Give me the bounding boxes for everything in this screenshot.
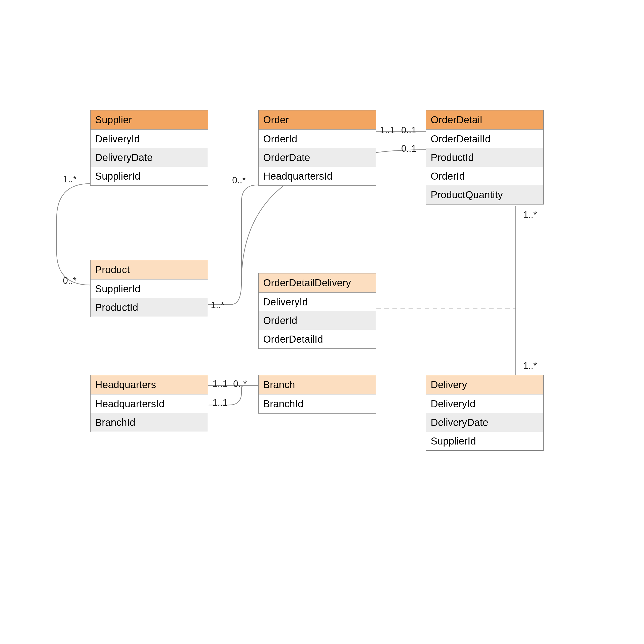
entity-row: SupplierId bbox=[91, 279, 208, 298]
multiplicity-label: 1..1 bbox=[213, 379, 228, 389]
entity-row: DeliveryDate bbox=[426, 413, 543, 432]
multiplicity-label: 1..* bbox=[523, 360, 537, 371]
entity-row: ProductQuantity bbox=[426, 185, 543, 204]
multiplicity-label: 1..* bbox=[211, 300, 224, 310]
entity-title: OrderDetail bbox=[426, 110, 543, 130]
entity-row: ProductId bbox=[91, 298, 208, 317]
entity-row: SupplierId bbox=[426, 432, 543, 450]
entity-product: Product SupplierId ProductId bbox=[90, 260, 208, 317]
multiplicity-label: 1..* bbox=[523, 210, 537, 220]
multiplicity-label: 1..* bbox=[63, 174, 76, 185]
multiplicity-label: 0..* bbox=[233, 379, 247, 389]
entity-row: OrderId bbox=[259, 130, 376, 148]
entity-title: Branch bbox=[259, 375, 376, 394]
entity-delivery: Delivery DeliveryId DeliveryDate Supplie… bbox=[426, 375, 544, 451]
entity-row: BranchId bbox=[259, 394, 376, 413]
multiplicity-label: 0..* bbox=[63, 275, 76, 286]
entity-row: OrderDate bbox=[259, 148, 376, 167]
entity-row: DeliveryId bbox=[426, 394, 543, 413]
entity-title: Supplier bbox=[91, 110, 208, 130]
entity-row: HeadquartersId bbox=[91, 394, 208, 413]
entity-title: Headquarters bbox=[91, 375, 208, 394]
entity-row: HeadquartersId bbox=[259, 167, 376, 185]
entity-title: OrderDetailDelivery bbox=[259, 273, 376, 293]
entity-row: BranchId bbox=[91, 413, 208, 432]
multiplicity-label: 0..1 bbox=[401, 143, 416, 154]
entity-row: OrderId bbox=[259, 311, 376, 330]
entity-branch: Branch BranchId bbox=[258, 375, 376, 414]
multiplicity-label: 1..1 bbox=[213, 397, 228, 408]
entity-title: Delivery bbox=[426, 375, 543, 394]
entity-order-detail-delivery: OrderDetailDelivery DeliveryId OrderId O… bbox=[258, 273, 376, 349]
multiplicity-label: 1..1 bbox=[380, 125, 395, 136]
entity-row: DeliveryDate bbox=[91, 148, 208, 167]
entity-supplier: Supplier DeliveryId DeliveryDate Supplie… bbox=[90, 110, 208, 186]
multiplicity-label: 0..1 bbox=[401, 125, 416, 136]
entity-row: OrderId bbox=[426, 167, 543, 185]
entity-row: OrderDetailId bbox=[259, 330, 376, 348]
entity-headquarters: Headquarters HeadquartersId BranchId bbox=[90, 375, 208, 432]
entity-row: DeliveryId bbox=[259, 293, 376, 311]
entity-title: Order bbox=[259, 110, 376, 130]
entity-order: Order OrderId OrderDate HeadquartersId bbox=[258, 110, 376, 186]
er-diagram-canvas: Supplier DeliveryId DeliveryDate Supplie… bbox=[0, 0, 644, 644]
entity-row: DeliveryId bbox=[91, 130, 208, 148]
entity-title: Product bbox=[91, 260, 208, 279]
multiplicity-label: 0..* bbox=[232, 175, 246, 186]
entity-row: OrderDetailId bbox=[426, 130, 543, 148]
entity-row: ProductId bbox=[426, 148, 543, 167]
entity-order-detail: OrderDetail OrderDetailId ProductId Orde… bbox=[426, 110, 544, 205]
entity-row: SupplierId bbox=[91, 167, 208, 185]
